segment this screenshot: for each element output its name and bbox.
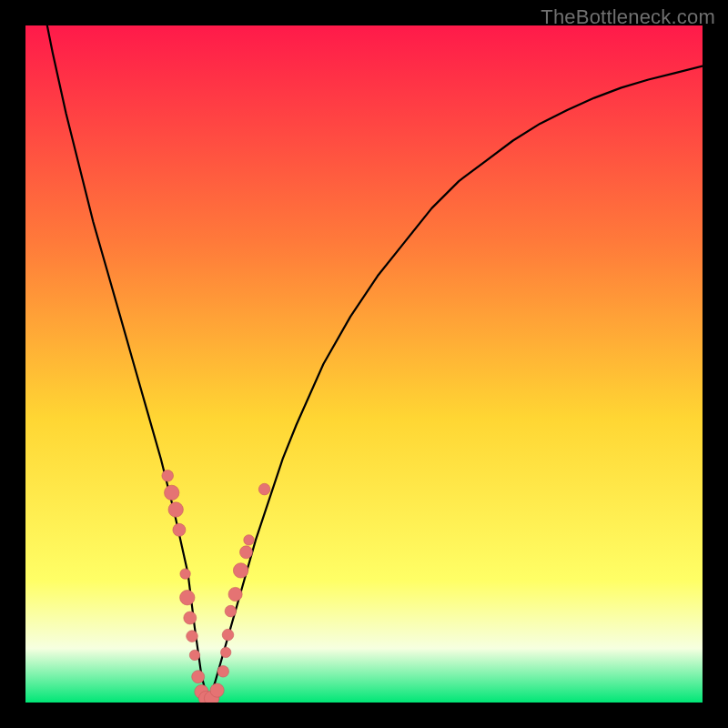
data-marker bbox=[192, 671, 205, 683]
data-marker bbox=[189, 650, 199, 660]
data-marker bbox=[168, 502, 183, 517]
data-marker bbox=[173, 523, 186, 536]
plot-area bbox=[25, 25, 703, 703]
data-marker bbox=[228, 587, 242, 601]
data-marker bbox=[187, 631, 198, 642]
data-marker bbox=[180, 591, 195, 605]
data-marker bbox=[184, 612, 197, 624]
data-marker bbox=[222, 629, 234, 641]
gradient-background bbox=[25, 25, 703, 703]
data-marker bbox=[244, 535, 254, 545]
data-marker bbox=[221, 647, 231, 657]
data-marker bbox=[258, 483, 270, 495]
chart-frame: TheBottleneck.com bbox=[0, 0, 728, 728]
data-marker bbox=[210, 683, 224, 697]
data-marker bbox=[217, 666, 229, 678]
bottleneck-chart bbox=[25, 25, 703, 703]
data-marker bbox=[180, 569, 190, 579]
data-marker bbox=[225, 605, 237, 617]
data-marker bbox=[233, 563, 248, 578]
data-marker bbox=[165, 485, 179, 500]
data-marker bbox=[240, 546, 253, 559]
data-marker bbox=[162, 470, 174, 482]
